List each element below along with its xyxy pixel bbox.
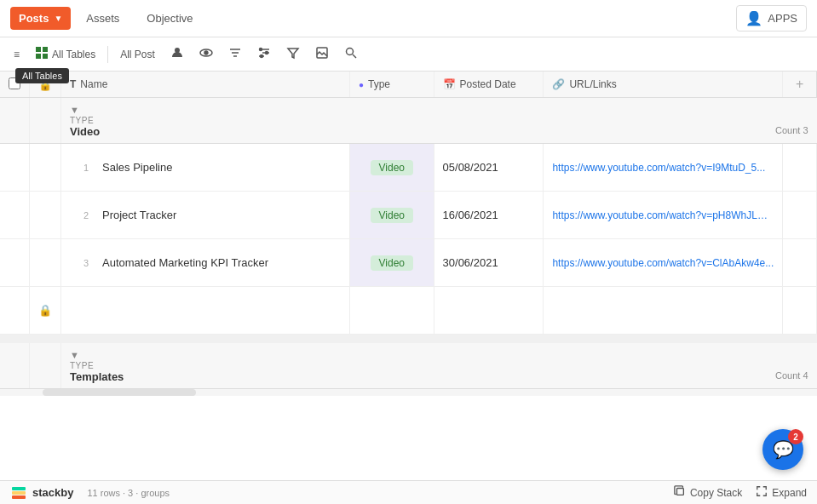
row-extra-2 [783,192,817,239]
group-title-templates: Templates [70,370,124,383]
hamburger-icon: ≡ [14,49,20,60]
add-col-icon: + [796,77,803,91]
eye-icon [199,46,213,62]
group2-check-cell [0,343,30,389]
type-col-label: Type [368,78,390,90]
row-url-2[interactable]: https://www.youtube.com/watch?v=pH8WhJLX… [544,192,783,239]
row-name-2: 2 Project Tracker [61,192,350,239]
row-type-2: Video [349,192,434,239]
row-lock-1 [30,144,61,192]
row-check-2[interactable] [0,192,30,239]
posts-label: Posts [19,12,49,25]
stackby-logo-icon [10,484,27,501]
lock-row: 🔒 [0,287,817,335]
toolbar-divider [107,46,108,63]
assets-tab[interactable]: Assets [74,7,131,30]
url-link-1[interactable]: https://www.youtube.com/watch?v=I9MtuD_5… [552,162,774,174]
add-col-header[interactable]: + [783,72,817,98]
group2-collapse-button[interactable]: ▼ [70,350,79,360]
image-icon [315,46,329,62]
group-header-templates: ▼ TYPE Templates Count 4 [0,343,817,389]
svg-rect-19 [12,495,26,499]
row-url-3[interactable]: https://www.youtube.com/watch?v=ClAbAkw4… [544,239,783,287]
row-url-1[interactable]: https://www.youtube.com/watch?v=I9MtuD_5… [544,144,783,192]
search-button[interactable] [337,43,365,66]
hamburger-button[interactable]: ≡ [7,45,26,64]
row-type-3: Video [349,239,434,287]
svg-rect-21 [12,487,26,490]
url-column-header[interactable]: 🔗 URL/Links [544,72,783,98]
row-date-2: 16/06/2021 [434,192,544,239]
apps-button[interactable]: 👤 APPS [736,5,807,32]
row-check-1[interactable] [0,144,30,192]
row-extra-3 [783,239,817,287]
type-column-header[interactable]: ● Type [349,72,434,98]
date-col-label: Posted Date [460,78,516,90]
lock-row-date [434,287,544,335]
filter-button[interactable] [279,43,307,66]
column-header-row: 🔒 T Name ● Type 📅 [0,72,817,98]
all-post-button[interactable]: All Post [113,45,162,64]
table-row: 2 Project Tracker Video 16/06/2021 https… [0,192,817,239]
group-count-templates: Count 4 [775,370,808,381]
expand-icon [756,485,768,500]
rows-info: 11 rows · 3 · groups [87,488,170,498]
people-view-button[interactable] [164,43,191,66]
row-name-3: 3 Automated Marketing KPI Tracker [61,239,350,287]
posts-dropdown[interactable]: Posts ▼ [10,7,71,30]
hide-fields-button[interactable] [193,43,220,66]
row-extra-1 [783,144,817,192]
all-tables-button[interactable]: All Tables [28,43,102,66]
lock-row-extra [783,287,817,335]
url-col-label: URL/Links [569,78,616,90]
top-nav: Posts ▼ Assets Objective 👤 APPS [0,0,817,37]
row-num-2: 2 [70,210,95,220]
group-title-cell: ▼ TYPE Video Count 3 [61,98,817,144]
url-link-3[interactable]: https://www.youtube.com/watch?v=ClAbAkw4… [552,257,774,269]
lock-row-name [61,287,350,335]
group2-type-label: TYPE [70,361,808,370]
row-name-label-3: Automated Marketing KPI Tracker [102,256,268,269]
row-lock-icon: 🔒 [38,304,52,317]
lock-row-lock: 🔒 [30,287,61,335]
name-column-header[interactable]: T Name [61,72,350,98]
toolbar: All Tables ≡ All Tables All Post [0,37,817,72]
stackby-logo: stackby [10,484,73,501]
grid-icon [35,46,49,62]
svg-rect-1 [43,47,48,52]
svg-point-15 [260,55,262,58]
copy-stack-button[interactable]: Copy Stack [674,485,742,500]
row-check-3[interactable] [0,239,30,287]
expand-label: Expand [772,487,807,499]
url-link-2[interactable]: https://www.youtube.com/watch?v=pH8WhJLX… [552,209,774,221]
chat-fab[interactable]: 💬 2 [762,429,803,470]
posts-chevron: ▼ [54,14,62,23]
copy-stack-icon [674,485,686,500]
type-badge-3: Video [371,255,413,271]
group-collapse-button[interactable]: ▼ [70,105,79,115]
all-tables-tooltip: All Tables [15,68,69,83]
group-button[interactable] [222,43,249,66]
posted-date-column-header[interactable]: 📅 Posted Date [434,72,544,98]
row-date-1: 05/08/2021 [434,144,544,192]
apps-label: APPS [768,12,797,25]
svg-rect-22 [676,489,683,495]
group-check-cell [0,98,30,144]
svg-rect-3 [43,54,48,59]
objective-tab[interactable]: Objective [135,7,204,30]
image-view-button[interactable] [308,43,336,66]
row-name-1: 1 Sales Pipeline [61,144,350,192]
expand-button[interactable]: Expand [756,485,807,500]
svg-line-18 [353,54,356,58]
sort-button[interactable] [250,43,278,66]
people-icon [170,46,184,62]
all-tables-label: All Tables [52,49,95,60]
bottom-bar: stackby 11 rows · 3 · groups Copy Stack … [0,480,817,504]
svg-point-17 [346,49,353,55]
lock-row-type [349,287,434,335]
date-col-icon: 📅 [443,78,456,90]
group-title-video: Video [70,125,100,138]
filter-adjust-icon [228,46,242,62]
type-col-icon: ● [359,80,364,89]
copy-stack-label: Copy Stack [690,487,742,499]
